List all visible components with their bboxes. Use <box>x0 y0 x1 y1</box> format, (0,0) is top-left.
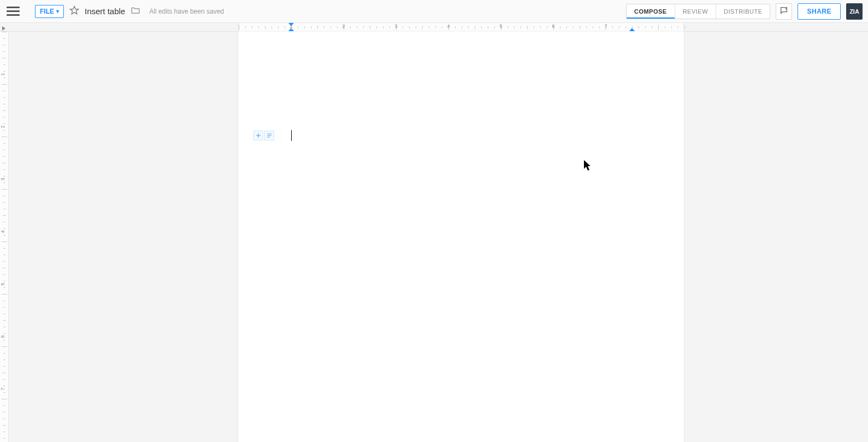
ruler-number: 7 <box>604 23 607 29</box>
file-menu-label: FILE <box>40 8 54 15</box>
svg-marker-0 <box>70 6 79 14</box>
save-status-text: All edits have been saved <box>149 8 224 15</box>
chevron-down-icon: ▾ <box>56 8 59 14</box>
toolbar-right-group: COMPOSE REVIEW DISTRIBUTE SHARE ZIA <box>626 3 863 20</box>
assistant-button[interactable]: ZIA <box>846 3 863 20</box>
document-page[interactable] <box>238 32 684 442</box>
ruler-number: 4 <box>447 23 450 29</box>
document-title[interactable]: Insert table <box>85 7 125 16</box>
ruler-row: 1234567 <box>0 23 868 32</box>
file-menu-button[interactable]: FILE ▾ <box>35 5 64 18</box>
menu-icon[interactable] <box>7 5 20 18</box>
text-caret <box>291 130 292 141</box>
vertical-ruler[interactable]: 1234567 <box>0 32 9 442</box>
editor-workspace: 1234567 <box>0 32 868 442</box>
ruler-number: 5 <box>499 23 502 29</box>
ruler-number: 6 <box>0 335 5 338</box>
tab-distribute[interactable]: DISTRIBUTE <box>716 4 770 19</box>
insert-plus-button[interactable] <box>253 131 263 140</box>
folder-icon[interactable] <box>131 5 140 17</box>
ruler-number: 6 <box>552 23 554 29</box>
ruler-number: 4 <box>0 231 5 233</box>
comments-button[interactable] <box>776 3 792 20</box>
ruler-number: 7 <box>0 388 5 391</box>
fields-icon <box>267 133 272 138</box>
ruler-number: 3 <box>0 178 5 181</box>
right-gutter <box>842 32 868 442</box>
share-button[interactable]: SHARE <box>798 3 841 20</box>
ruler-number: 1 <box>290 23 292 29</box>
svg-marker-1 <box>2 26 5 31</box>
ruler-number: 2 <box>342 23 345 29</box>
ruler-number: 5 <box>0 283 5 286</box>
star-icon[interactable] <box>69 5 79 17</box>
horizontal-ruler[interactable]: 1234567 <box>238 23 684 32</box>
tab-review[interactable]: REVIEW <box>675 4 716 19</box>
assistant-badge-label: ZIA <box>849 8 859 15</box>
tab-compose[interactable]: COMPOSE <box>627 4 675 19</box>
top-toolbar: FILE ▾ Insert table All edits have been … <box>0 0 868 23</box>
insert-fields-button[interactable] <box>264 131 274 140</box>
ruler-number: 2 <box>0 126 5 128</box>
ruler-number: 3 <box>394 23 397 29</box>
comment-icon <box>780 6 788 17</box>
ruler-number: 1 <box>0 73 5 76</box>
ruler-collapse-icon[interactable] <box>1 23 8 30</box>
inline-insert-controls <box>253 131 274 140</box>
plus-icon <box>256 133 261 138</box>
mode-tabs: COMPOSE REVIEW DISTRIBUTE <box>626 4 771 19</box>
